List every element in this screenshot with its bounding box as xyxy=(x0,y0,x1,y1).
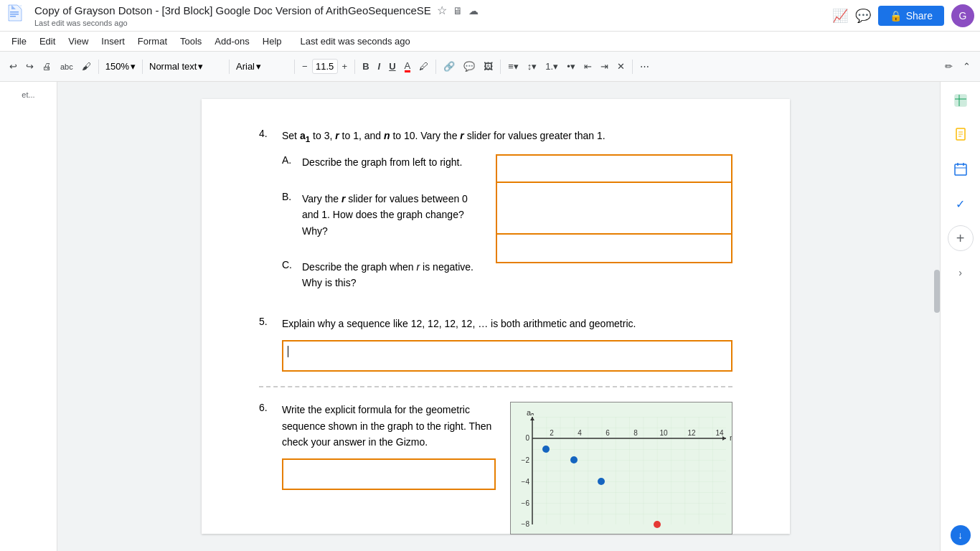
menu-addons[interactable]: Add-ons xyxy=(209,34,255,48)
zoom-chevron: ▾ xyxy=(131,61,136,72)
menu-edit[interactable]: Edit xyxy=(34,34,61,48)
redo-button[interactable]: ↪ xyxy=(22,58,37,75)
font-size-input[interactable] xyxy=(312,59,338,74)
collapse-icon-btn[interactable]: › xyxy=(948,260,974,286)
comment-button[interactable]: 💬 xyxy=(460,58,479,75)
para-chevron: ▾ xyxy=(198,61,203,72)
font-size-decrease[interactable]: − xyxy=(298,58,311,75)
right-sidebar: ✓ + › ↓ xyxy=(940,82,980,551)
paint-format-button[interactable]: 🖌 xyxy=(78,58,95,75)
x-label: n xyxy=(730,433,732,442)
q6-graph-container: n aₙ 2 4 6 8 10 12 14 xyxy=(510,402,732,534)
q4-answer-a[interactable] xyxy=(496,154,732,183)
bullet-list-button[interactable]: •▾ xyxy=(563,58,579,75)
q5-answer-box[interactable] xyxy=(282,340,732,372)
doc-area[interactable]: 4. Set a1 to 3, r to 1, and n to 10. Var… xyxy=(57,82,934,551)
text-color-button[interactable]: A xyxy=(401,58,415,75)
italic-button[interactable]: I xyxy=(374,58,385,75)
q4-content: A. Describe the graph from left to right… xyxy=(282,154,732,298)
menu-bar: File Edit View Insert Format Tools Add-o… xyxy=(0,32,980,52)
q4-r2: r xyxy=(460,130,463,141)
tasks-icon-btn[interactable]: ✓ xyxy=(948,191,974,217)
q4-sub-c-label: C. xyxy=(282,259,296,270)
doc-icon xyxy=(6,4,29,27)
scroll-thumb[interactable] xyxy=(934,270,940,313)
cloud-icon[interactable]: ☁ xyxy=(468,5,479,17)
sheets-icon-btn[interactable] xyxy=(948,88,974,113)
q6-answer-area xyxy=(282,458,496,490)
add-icon-btn[interactable]: + xyxy=(948,225,974,251)
q4-sub-c-row: C. Describe the graph when r is negative… xyxy=(282,259,481,291)
scroll-track[interactable] xyxy=(934,82,940,551)
align-button[interactable]: ≡▾ xyxy=(504,58,522,75)
more-options-button[interactable]: ⋯ xyxy=(636,58,653,75)
q4-answer-boxes xyxy=(496,154,732,298)
menu-view[interactable]: View xyxy=(62,34,94,48)
highlight-button[interactable]: 🖊 xyxy=(415,58,432,75)
svg-rect-5 xyxy=(532,417,726,524)
voice-input-button[interactable]: ✏ xyxy=(941,58,956,75)
bold-button[interactable]: B xyxy=(359,58,372,75)
trend-icon[interactable]: 📈 xyxy=(832,8,848,24)
x-tick-14: 14 xyxy=(715,429,724,437)
x-tick-2: 2 xyxy=(550,429,554,437)
clear-format-button[interactable]: ✕ xyxy=(613,58,628,75)
q4-answer-c[interactable] xyxy=(496,235,732,263)
share-button[interactable]: 🔒 Share xyxy=(878,6,944,26)
toolbar-divider-6 xyxy=(435,60,436,74)
underline-button[interactable]: U xyxy=(385,58,399,75)
q6-left: 6. Write the explicit formula for the ge… xyxy=(259,402,496,534)
q4-sub-b-text: Vary the r slider for values between 0 a… xyxy=(302,191,481,239)
q4-number: 4. xyxy=(259,128,276,146)
keep-icon-btn[interactable] xyxy=(948,122,974,148)
q6-answer-box[interactable] xyxy=(282,458,496,490)
print-button[interactable]: 🖨 xyxy=(39,58,55,75)
paragraph-style-select[interactable]: Normal text ▾ xyxy=(146,59,225,74)
y-tick-n8: −8 xyxy=(522,520,530,528)
menu-file[interactable]: File xyxy=(6,34,32,48)
graph-point-1 xyxy=(542,446,550,453)
y-tick-n2: −2 xyxy=(522,456,530,464)
x-tick-10: 10 xyxy=(659,429,668,437)
section-collapse-button[interactable]: ⌃ xyxy=(959,58,974,75)
zoom-select[interactable]: 150% ▾ xyxy=(103,59,138,74)
q4-answer-b[interactable] xyxy=(496,183,732,235)
calendar-icon-btn[interactable] xyxy=(948,156,974,182)
scroll-bottom-btn[interactable]: ↓ xyxy=(951,525,971,545)
y-tick-n4: −4 xyxy=(522,478,530,486)
link-button[interactable]: 🔗 xyxy=(440,58,458,75)
q6-text: Write the explicit formula for the geome… xyxy=(282,402,496,450)
graph-point-4 xyxy=(654,521,661,528)
main-layout: et... 4. Set a1 to 3, r to 1, and n to 1… xyxy=(0,82,980,551)
indent-more-button[interactable]: ⇥ xyxy=(597,58,612,75)
star-icon[interactable]: ☆ xyxy=(437,4,447,17)
text-color-icon: A xyxy=(405,61,411,72)
ordered-list-button[interactable]: 1.▾ xyxy=(542,58,562,75)
toolbar-divider-4 xyxy=(294,60,295,74)
scroll-to-bottom-icon[interactable]: ↓ xyxy=(951,525,971,545)
toolbar-divider-3 xyxy=(229,60,230,74)
svg-rect-3 xyxy=(10,14,19,15)
svg-rect-6 xyxy=(955,95,966,106)
lock-icon: 🔒 xyxy=(890,10,902,22)
drive-icon[interactable]: 🖥 xyxy=(453,5,463,17)
menu-insert[interactable]: Insert xyxy=(95,34,131,48)
undo-button[interactable]: ↩ xyxy=(6,58,21,75)
menu-help[interactable]: Help xyxy=(257,34,288,48)
avatar[interactable]: G xyxy=(951,4,974,27)
font-size-increase[interactable]: + xyxy=(339,58,352,75)
toolbar-divider-7 xyxy=(500,60,501,74)
image-button[interactable]: 🖼 xyxy=(480,58,496,75)
q4-text: Set a1 to 3, r to 1, and n to 10. Vary t… xyxy=(282,128,732,146)
doc-title[interactable]: Copy of Grayson Dotson - [3rd Block] Goo… xyxy=(34,4,431,17)
menu-tools[interactable]: Tools xyxy=(174,34,207,48)
indent-less-button[interactable]: ⇤ xyxy=(580,58,595,75)
q4-r1: r xyxy=(335,130,339,141)
spell-check-button[interactable]: abc xyxy=(57,60,77,74)
font-select[interactable]: Arial ▾ xyxy=(233,59,291,74)
question-6-block: 6. Write the explicit formula for the ge… xyxy=(259,402,732,534)
line-spacing-button[interactable]: ↕▾ xyxy=(524,58,541,75)
message-icon[interactable]: 💬 xyxy=(855,8,871,24)
menu-format[interactable]: Format xyxy=(132,34,173,48)
toolbar-divider-5 xyxy=(354,60,355,74)
